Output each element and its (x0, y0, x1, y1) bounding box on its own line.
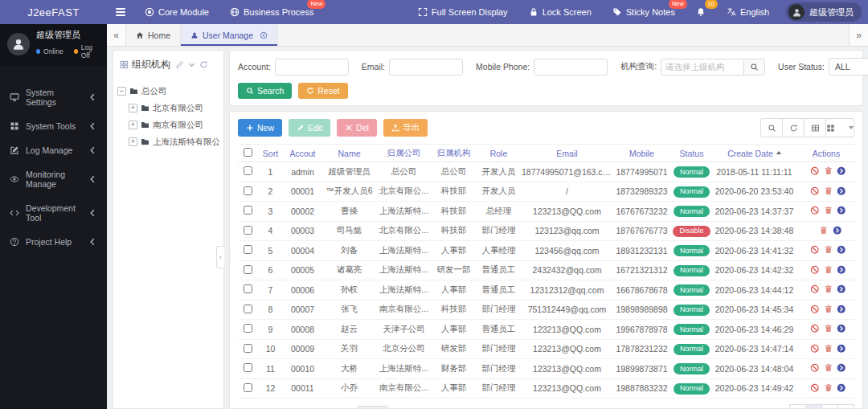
column-header[interactable]: Role (476, 145, 522, 162)
ban-icon[interactable] (810, 245, 820, 255)
detail-icon[interactable] (837, 166, 846, 176)
edit-pencil-icon[interactable] (175, 60, 184, 69)
row-checkbox[interactable] (244, 245, 252, 254)
detail-icon[interactable] (837, 363, 846, 373)
table-columns-button[interactable] (825, 118, 854, 137)
column-header[interactable]: 归属机构 (432, 145, 476, 162)
ban-icon[interactable] (810, 186, 820, 196)
detail-icon[interactable] (837, 186, 846, 196)
table-search-button[interactable] (760, 118, 783, 137)
expand-toggle-icon[interactable]: + (129, 121, 137, 129)
delete-button[interactable]: Del (337, 119, 377, 137)
user-menu[interactable]: 超级管理员 (786, 2, 862, 22)
detail-icon[interactable] (837, 284, 846, 294)
online-label[interactable]: Online (43, 47, 63, 55)
email-input[interactable] (389, 59, 463, 76)
page-size-select[interactable]: 12 (357, 406, 388, 409)
row-checkbox[interactable] (244, 383, 252, 392)
trash-icon[interactable] (824, 265, 833, 275)
sidebar-item-project-help[interactable]: Project Help (0, 230, 107, 254)
close-icon[interactable] (260, 31, 268, 39)
hamburger-menu-icon[interactable] (107, 0, 134, 24)
notifications-button[interactable]: 10 (686, 0, 716, 24)
brand-logo[interactable]: J2eeFAST (0, 6, 107, 18)
tree-node-1[interactable]: +北京有限公司 (117, 100, 219, 117)
detail-icon[interactable] (837, 206, 846, 215)
trash-icon[interactable] (824, 166, 833, 176)
trash-icon[interactable] (824, 305, 833, 314)
trash-icon[interactable] (824, 245, 833, 255)
trash-icon[interactable] (824, 186, 833, 196)
expand-toggle-icon[interactable]: + (129, 137, 137, 146)
trash-icon[interactable] (819, 226, 829, 235)
tree-node-2[interactable]: +南京有限公司 (117, 117, 219, 133)
trash-icon[interactable] (824, 383, 833, 393)
user-status-select[interactable]: ALL (829, 58, 868, 76)
select-all-checkbox[interactable] (244, 148, 252, 157)
row-checkbox[interactable] (244, 305, 252, 313)
sidebar-item-system-settings[interactable]: System Settings (0, 80, 107, 114)
tab-home[interactable]: Home (126, 24, 181, 46)
table-refresh-button[interactable] (782, 118, 805, 137)
column-header[interactable]: Name (322, 145, 376, 162)
detail-icon[interactable] (837, 245, 846, 255)
trash-icon[interactable] (824, 344, 833, 354)
trash-icon[interactable] (824, 206, 833, 215)
lock-screen-button[interactable]: Lock Screen (518, 0, 602, 24)
fullscreen-button[interactable]: Full Screen Display (407, 0, 518, 24)
row-checkbox[interactable] (244, 186, 252, 195)
ban-icon[interactable] (810, 344, 820, 354)
search-button[interactable]: Search (238, 83, 292, 99)
ban-icon[interactable] (810, 284, 820, 294)
language-button[interactable]: English (716, 0, 780, 24)
ban-icon[interactable] (810, 363, 820, 373)
org-query-input[interactable] (661, 59, 744, 76)
refresh-icon[interactable] (199, 60, 208, 69)
sidebar-item-system-tools[interactable]: System Tools (0, 114, 107, 138)
prev-page-button[interactable]: ‹ (789, 404, 806, 409)
detail-icon[interactable] (837, 305, 846, 314)
nav-core-module[interactable]: Core Module (134, 0, 219, 24)
tab-user-manage[interactable]: User Manage (181, 24, 278, 46)
page-1-button[interactable]: 1 (805, 404, 822, 409)
detail-icon[interactable] (837, 324, 846, 333)
table-view-button[interactable] (804, 118, 826, 137)
select-all-cell[interactable] (238, 145, 258, 162)
detail-icon[interactable] (833, 226, 842, 235)
column-header[interactable]: Status (671, 145, 712, 162)
logoff-label[interactable]: Log Off (81, 43, 100, 59)
detail-icon[interactable] (837, 344, 846, 354)
ban-icon[interactable] (810, 305, 820, 314)
next-page-button[interactable]: › (837, 404, 854, 409)
column-header[interactable]: Email (522, 145, 612, 162)
reset-button[interactable]: Reset (298, 83, 347, 99)
mobile-input[interactable] (534, 59, 608, 76)
org-search-button[interactable] (744, 59, 765, 76)
trash-icon[interactable] (824, 284, 833, 294)
ban-icon[interactable] (810, 383, 820, 393)
column-header[interactable]: Sort (258, 145, 283, 162)
sidebar-item-monitoring-manage[interactable]: Monitoring Manage (0, 162, 107, 196)
tabs-scroll-left[interactable]: « (107, 24, 126, 46)
column-header[interactable]: Accout (283, 145, 322, 162)
row-checkbox[interactable] (244, 324, 252, 333)
column-header[interactable]: 归属公司 (376, 145, 432, 162)
column-header[interactable]: Create Date (712, 145, 796, 162)
tree-node-0[interactable]: −总公司 (117, 83, 219, 100)
row-checkbox[interactable] (244, 344, 252, 353)
export-button[interactable]: 导出 (383, 119, 428, 137)
collapse-toggle-icon[interactable]: − (117, 87, 126, 96)
trash-icon[interactable] (824, 363, 833, 373)
column-header[interactable]: Mobile (612, 145, 671, 162)
new-button[interactable]: New (238, 119, 282, 137)
sticky-notes-button[interactable]: Sticky Notes New (602, 0, 686, 24)
ban-icon[interactable] (810, 206, 820, 215)
tree-collapse-handle[interactable]: ‹ (216, 246, 224, 268)
expand-toggle-icon[interactable]: + (129, 104, 137, 112)
tree-node-3[interactable]: +上海法斯特有限公... (117, 133, 219, 150)
sidebar-item-log-manage[interactable]: Log Manage (0, 138, 107, 162)
ban-icon[interactable] (810, 324, 820, 333)
ban-icon[interactable] (810, 265, 820, 275)
row-checkbox[interactable] (244, 226, 252, 235)
detail-icon[interactable] (837, 383, 846, 393)
